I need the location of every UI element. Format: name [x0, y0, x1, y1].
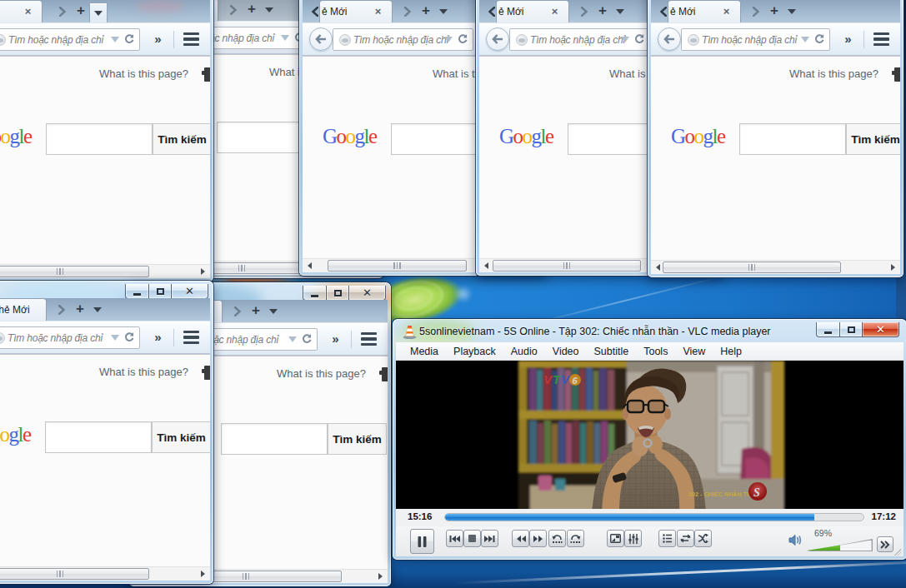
urlbar-dropdown-icon[interactable] [288, 336, 297, 342]
scroll-right-arrow[interactable] [886, 261, 900, 274]
overflow-chevron-button[interactable]: » [328, 329, 343, 349]
vlc-loop-button[interactable] [677, 530, 694, 547]
scroll-left-arrow[interactable] [479, 259, 493, 272]
new-tab-button[interactable]: + [243, 1, 260, 17]
new-tab-button[interactable]: + [73, 2, 89, 19]
new-tab-page-tab[interactable]: ẻ Mới × [0, 0, 43, 22]
hamburger-menu-button[interactable] [361, 332, 377, 346]
back-button[interactable] [658, 27, 681, 51]
whats-this-page-link[interactable]: What is this page? [789, 67, 878, 80]
tab-list-dropdown-button[interactable] [783, 2, 801, 20]
vlc-menu-media[interactable]: Media [403, 343, 446, 360]
tab-scroll-right-button[interactable] [751, 0, 761, 22]
scroll-left-arrow[interactable] [303, 259, 317, 272]
new-tab-button[interactable]: + [72, 301, 88, 317]
overflow-chevron-button[interactable]: » [150, 327, 165, 347]
horizontal-scrollbar[interactable] [0, 264, 210, 278]
vlc-rewind-button[interactable] [512, 530, 529, 547]
vlc-random-button[interactable] [694, 530, 712, 547]
google-search-input[interactable] [221, 423, 328, 455]
tab-scroll-right-button[interactable] [233, 300, 243, 322]
tab-list-dropdown-button[interactable] [260, 1, 278, 18]
hamburger-menu-button[interactable] [183, 32, 199, 46]
vlc-resize-grip[interactable] [894, 549, 901, 556]
tab-close-icon[interactable]: × [720, 5, 733, 17]
vlc-loop-point-b-button[interactable] [567, 530, 584, 547]
hamburger-menu-button[interactable] [873, 32, 889, 46]
new-tab-page-tab[interactable]: ẻ Mới × [668, 0, 741, 22]
urlbar-dropdown-icon[interactable] [444, 37, 453, 42]
urlbar-dropdown-icon[interactable] [281, 35, 289, 41]
vlc-maximize-button[interactable] [839, 322, 863, 337]
tab-list-dropdown-button[interactable] [434, 2, 453, 20]
vlc-close-button[interactable]: ✕ [862, 322, 899, 337]
whats-this-page-link[interactable]: What is this page? [99, 67, 188, 80]
scrollbar-thumb[interactable] [0, 266, 149, 277]
vlc-minimize-button[interactable] [816, 322, 840, 337]
tab-scroll-right-button[interactable] [228, 0, 238, 21]
maximize-button[interactable] [148, 284, 172, 299]
vlc-fullscreen-button[interactable] [607, 530, 624, 547]
hamburger-menu-button[interactable] [183, 331, 199, 344]
minimize-button[interactable] [303, 286, 327, 301]
reload-button[interactable] [457, 33, 469, 46]
tab-list-dropdown-button[interactable] [89, 2, 108, 22]
urlbar-dropdown-icon[interactable] [621, 37, 629, 42]
vlc-loop-point-a-button[interactable] [548, 530, 566, 547]
back-button[interactable] [309, 27, 333, 51]
tab-close-icon[interactable]: × [22, 5, 34, 17]
tab-scroll-left-button[interactable] [309, 0, 319, 22]
urlbar-dropdown-icon[interactable] [111, 37, 119, 42]
scrollbar-thumb[interactable] [663, 262, 841, 273]
tab-list-dropdown-button[interactable] [264, 302, 283, 320]
url-bar[interactable]: Tìm hoặc nhập địa chỉ [681, 28, 830, 51]
google-search-input[interactable] [45, 421, 152, 453]
minimize-button[interactable] [125, 284, 149, 299]
google-search-button[interactable]: Tìm kiếm [153, 123, 210, 155]
reload-button[interactable] [633, 33, 646, 46]
new-tab-page-tab[interactable]: ẻ Mới × [319, 0, 393, 22]
horizontal-scrollbar[interactable] [651, 260, 900, 274]
reload-button[interactable] [301, 333, 313, 346]
whats-this-page-link[interactable]: What is this page? [99, 366, 188, 378]
new-tab-button[interactable]: + [248, 302, 264, 319]
google-search-input[interactable] [46, 123, 153, 155]
tab-list-dropdown-button[interactable] [611, 2, 629, 20]
tab-list-dropdown-button[interactable] [88, 301, 107, 318]
overflow-chevron-button[interactable]: » [150, 29, 165, 49]
vlc-faster-button[interactable] [877, 536, 893, 552]
scrollbar-thumb[interactable] [0, 568, 149, 580]
scrollbar-thumb[interactable] [493, 260, 641, 272]
tab-close-icon[interactable]: × [548, 5, 561, 17]
tab-scroll-right-button[interactable] [579, 0, 589, 22]
volume-slider[interactable] [806, 539, 873, 551]
whats-this-page-link[interactable]: What is this page? [277, 367, 366, 380]
close-button[interactable]: ✕ [348, 286, 386, 301]
vlc-menu-subtitle[interactable]: Subtitle [587, 343, 637, 360]
tab-scroll-right-button[interactable] [57, 298, 67, 321]
scroll-right-arrow[interactable] [196, 265, 210, 278]
close-button[interactable]: ✕ [171, 284, 208, 299]
url-bar[interactable]: Tìm hoặc nhập địa chỉ [333, 28, 473, 51]
vlc-titlebar[interactable]: 5sonlinevietnam - 5S Online - Tập 302: C… [396, 321, 903, 342]
google-search-button[interactable]: Tìm kiếm [846, 123, 900, 155]
url-bar[interactable]: Tìm hoặc nhập địa chỉ [509, 28, 650, 51]
vlc-pause-button[interactable] [410, 529, 434, 554]
scroll-right-arrow[interactable] [196, 567, 210, 581]
vlc-menu-view[interactable]: View [675, 343, 713, 360]
new-tab-button[interactable]: + [418, 2, 434, 19]
new-tab-button[interactable]: + [594, 2, 611, 19]
tab-scroll-left-button[interactable] [486, 0, 496, 22]
vlc-stop-button[interactable] [463, 530, 481, 547]
vlc-menu-video[interactable]: Video [545, 343, 587, 360]
scroll-right-arrow[interactable] [373, 570, 388, 583]
vlc-menu-tools[interactable]: Tools [636, 343, 675, 360]
vlc-menu-help[interactable]: Help [713, 343, 749, 360]
new-tab-page-tab[interactable]: ẻ Mới × [496, 0, 569, 22]
reload-button[interactable] [123, 331, 136, 344]
new-tab-button[interactable]: + [766, 2, 783, 19]
vlc-previous-button[interactable] [446, 530, 463, 547]
vlc-playlist-button[interactable] [658, 530, 676, 547]
back-button[interactable] [486, 27, 509, 51]
google-search-button[interactable]: Tìm kiếm [152, 421, 210, 453]
